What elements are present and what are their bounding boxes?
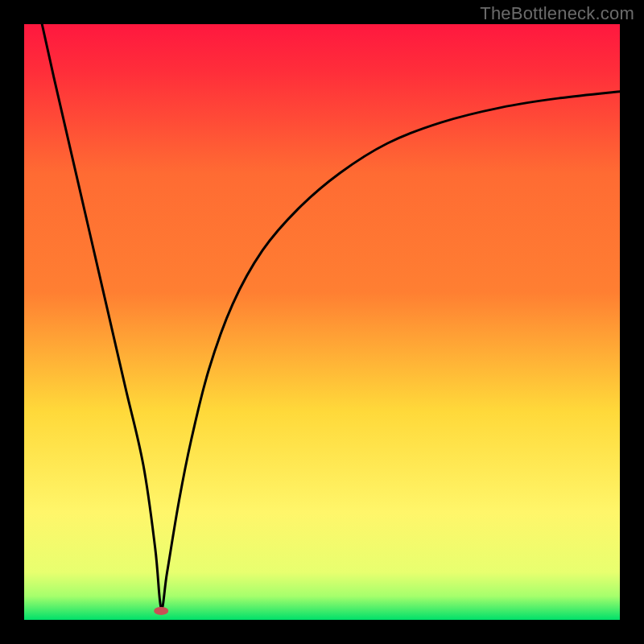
gradient-background: [24, 24, 620, 620]
bottleneck-chart: [24, 24, 620, 620]
chart-frame: TheBottleneck.com: [0, 0, 644, 644]
minimum-marker: [154, 607, 168, 615]
plot-region: [24, 24, 620, 620]
watermark-text: TheBottleneck.com: [480, 3, 634, 24]
